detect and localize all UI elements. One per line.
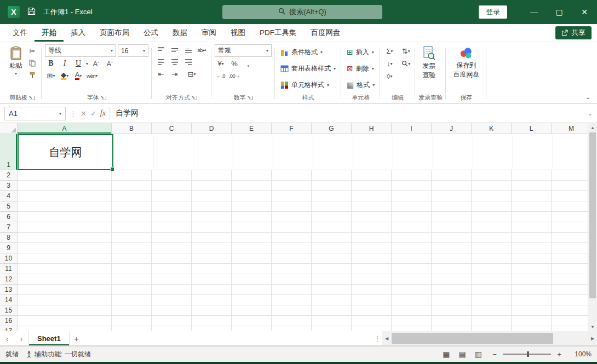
cell-K8[interactable]	[472, 233, 512, 243]
cell-L15[interactable]	[512, 305, 552, 316]
cell-H1[interactable]	[353, 134, 393, 170]
phonetic-guide-button[interactable]: wén▾	[86, 70, 98, 81]
cell-B8[interactable]	[112, 233, 152, 243]
cell-K17[interactable]	[472, 326, 512, 331]
cell-H7[interactable]	[352, 222, 392, 233]
cell-F13[interactable]	[272, 285, 312, 295]
fill-color-button[interactable]: ◆▾	[59, 70, 71, 81]
cell-C15[interactable]	[152, 305, 192, 316]
cell-L11[interactable]	[512, 264, 552, 274]
sheet-tab-sheet1[interactable]: Sheet1	[28, 331, 70, 345]
cell-C9[interactable]	[152, 243, 192, 253]
insert-function-button[interactable]: fx	[100, 109, 106, 118]
cell-F4[interactable]	[272, 191, 312, 201]
cell-C17[interactable]	[152, 326, 192, 331]
cell-F17[interactable]	[272, 326, 312, 331]
cell-E8[interactable]	[232, 233, 272, 243]
cell-G7[interactable]	[312, 222, 352, 233]
cell-D3[interactable]	[192, 181, 232, 191]
cell-A3[interactable]	[18, 181, 112, 191]
excel-app-icon[interactable]: X	[8, 6, 20, 18]
cell-D5[interactable]	[192, 201, 232, 212]
cell-D1[interactable]	[193, 134, 233, 170]
cell-E16[interactable]	[232, 316, 272, 326]
underline-dropdown-icon[interactable]: ▾	[86, 61, 88, 66]
search-box[interactable]: 搜索(Alt+Q)	[222, 5, 382, 19]
sheet-scroll-splitter[interactable]: ⋮	[372, 331, 382, 345]
login-button[interactable]: 登录	[479, 5, 507, 19]
cell-E9[interactable]	[232, 243, 272, 253]
cell-E17[interactable]	[232, 326, 272, 331]
cell-M6[interactable]	[552, 212, 588, 222]
cell-M1[interactable]	[553, 134, 588, 170]
cell-C13[interactable]	[152, 285, 192, 295]
cell-B4[interactable]	[112, 191, 152, 201]
cell-F9[interactable]	[272, 243, 312, 253]
cell-L12[interactable]	[512, 274, 552, 285]
cell-J11[interactable]	[432, 264, 472, 274]
cell-J12[interactable]	[432, 274, 472, 285]
align-left-button[interactable]	[155, 56, 167, 67]
cell-J10[interactable]	[432, 253, 472, 264]
cell-J15[interactable]	[432, 305, 472, 316]
vertical-scrollbar[interactable]: ▲ ▼	[588, 123, 597, 331]
cancel-entry-button[interactable]: ✕	[81, 109, 87, 118]
cell-B6[interactable]	[112, 212, 152, 222]
cell-J6[interactable]	[432, 212, 472, 222]
cell-I9[interactable]	[392, 243, 432, 253]
cell-L17[interactable]	[512, 326, 552, 331]
cell-E5[interactable]	[232, 201, 272, 212]
cell-E6[interactable]	[232, 212, 272, 222]
cell-D13[interactable]	[192, 285, 232, 295]
cell-L3[interactable]	[512, 181, 552, 191]
increase-font-size-button[interactable]: Aˆ	[90, 58, 102, 69]
format-cells-button[interactable]: ▦格式▾	[345, 77, 377, 93]
cell-M14[interactable]	[552, 295, 588, 305]
cell-C10[interactable]	[152, 253, 192, 264]
close-button[interactable]: ✕	[572, 0, 597, 24]
zoom-out-button[interactable]: −	[491, 350, 498, 359]
cell-B2[interactable]	[112, 170, 152, 181]
column-header-E[interactable]: E	[232, 123, 272, 134]
cell-G14[interactable]	[312, 295, 352, 305]
cell-E1[interactable]	[233, 134, 273, 170]
row-header-14[interactable]: 14	[0, 295, 18, 305]
row-header-7[interactable]: 7	[0, 222, 18, 233]
comma-style-button[interactable]: ,	[242, 58, 254, 69]
cell-F5[interactable]	[272, 201, 312, 212]
sheet-nav-left-button[interactable]: ‹	[0, 331, 14, 345]
cell-A2[interactable]	[18, 170, 112, 181]
tab-file[interactable]: 文件	[5, 24, 35, 42]
cell-B7[interactable]	[112, 222, 152, 233]
font-color-button[interactable]: A▾	[72, 70, 84, 81]
cell-J9[interactable]	[432, 243, 472, 253]
cell-C12[interactable]	[152, 274, 192, 285]
sheet-nav-right-button[interactable]: ›	[14, 331, 28, 345]
cell-I6[interactable]	[392, 212, 432, 222]
cell-B13[interactable]	[112, 285, 152, 295]
tab-view[interactable]: 视图	[223, 24, 252, 42]
cell-A10[interactable]	[18, 253, 112, 264]
cell-J17[interactable]	[432, 326, 472, 331]
clear-button[interactable]: ◊▾	[383, 71, 395, 82]
cell-B15[interactable]	[112, 305, 152, 316]
column-header-A[interactable]: A	[18, 123, 112, 134]
invoice-check-button[interactable]: 发票 查验	[418, 44, 439, 81]
cell-J16[interactable]	[432, 316, 472, 326]
h-scroll-track[interactable]	[391, 331, 588, 345]
cell-H12[interactable]	[352, 274, 392, 285]
cell-E12[interactable]	[232, 274, 272, 285]
cell-L13[interactable]	[512, 285, 552, 295]
row-header-17[interactable]: 17	[0, 326, 18, 331]
cell-B14[interactable]	[112, 295, 152, 305]
confirm-entry-button[interactable]: ✓	[90, 109, 96, 118]
cell-G9[interactable]	[312, 243, 352, 253]
row-header-5[interactable]: 5	[0, 201, 18, 212]
cell-G6[interactable]	[312, 212, 352, 222]
cell-H13[interactable]	[352, 285, 392, 295]
cell-I12[interactable]	[392, 274, 432, 285]
cell-E11[interactable]	[232, 264, 272, 274]
cell-F2[interactable]	[272, 170, 312, 181]
cell-K13[interactable]	[472, 285, 512, 295]
cell-B1[interactable]	[113, 134, 153, 170]
